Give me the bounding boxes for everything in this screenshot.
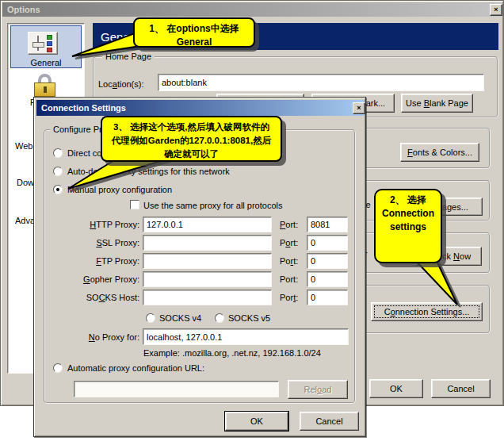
reload-label: Reload bbox=[304, 385, 332, 394]
socks-port-label: Port: bbox=[280, 293, 298, 302]
callout2-line3: settings bbox=[376, 221, 441, 234]
general-icon bbox=[28, 32, 58, 55]
socks-v5-radio[interactable] bbox=[215, 313, 224, 323]
auto-url-label[interactable]: Automatic proxy configuration URL: bbox=[67, 363, 204, 373]
socks-v5-label[interactable]: SOCKS v5 bbox=[228, 313, 270, 323]
dialog-ok-button[interactable]: OK bbox=[225, 412, 288, 431]
same-proxy-label[interactable]: Use the same proxy for all protocols bbox=[143, 201, 282, 210]
dialog-titlebar[interactable]: Connection Settings bbox=[36, 100, 365, 116]
ftp-port-input[interactable] bbox=[307, 253, 348, 269]
fonts-colors-label: Fonts & Colors... bbox=[407, 148, 472, 157]
socks-v4-label[interactable]: SOCKS v4 bbox=[159, 313, 201, 323]
socks-host-input[interactable] bbox=[143, 290, 272, 305]
direct-connection-radio[interactable] bbox=[53, 148, 63, 158]
auto-url-input[interactable] bbox=[74, 381, 279, 397]
gopher-port-label: Port: bbox=[280, 274, 298, 284]
dialog-close-icon[interactable]: × bbox=[353, 102, 365, 114]
slider-handle bbox=[32, 42, 44, 48]
callout3-line3: 确定就可以了 bbox=[102, 148, 281, 161]
gopher-proxy-label: Gopher Proxy: bbox=[48, 274, 139, 284]
sidebar-item-label: General bbox=[11, 58, 81, 67]
location-label: Location(s): bbox=[98, 79, 144, 89]
green-square bbox=[47, 35, 52, 40]
http-port-input[interactable] bbox=[307, 217, 348, 232]
cancel-label: Cancel bbox=[447, 384, 474, 393]
ftp-proxy-input[interactable] bbox=[143, 253, 272, 269]
ssl-port-input[interactable] bbox=[307, 235, 348, 251]
sidebar-item-general[interactable]: General bbox=[10, 25, 82, 68]
red-square bbox=[47, 48, 52, 52]
use-blank-page-button[interactable]: Use Blank Page bbox=[401, 94, 473, 113]
connection-settings-label: Connection Settings... bbox=[384, 307, 470, 316]
auto-url-radio[interactable] bbox=[53, 363, 63, 373]
no-proxy-label: No Proxy for: bbox=[48, 332, 139, 342]
socks-host-label: SOCKS Host: bbox=[48, 293, 139, 302]
options-cancel-button[interactable]: Cancel bbox=[431, 379, 491, 398]
dialog-cancel-button[interactable]: Cancel bbox=[300, 412, 359, 431]
home-page-legend: Home Page bbox=[102, 52, 155, 61]
options-ok-button[interactable]: OK bbox=[369, 379, 423, 398]
reload-button[interactable]: Reload bbox=[288, 380, 348, 399]
callout2-line2: Connection bbox=[376, 207, 441, 221]
callout1-line2: General bbox=[135, 36, 254, 49]
gopher-port-input[interactable] bbox=[307, 271, 348, 287]
autodetect-label[interactable]: Auto-detect proxy settings for this netw… bbox=[67, 167, 230, 176]
ok-label: OK bbox=[390, 384, 403, 393]
lock-icon[interactable] bbox=[34, 73, 56, 98]
manual-proxy-radio[interactable] bbox=[53, 185, 63, 194]
dialog-title: Connection Settings bbox=[41, 103, 126, 113]
ftp-proxy-label: FTP Proxy: bbox=[48, 256, 139, 266]
dialog-ok-label: OK bbox=[250, 416, 263, 426]
gopher-proxy-input[interactable] bbox=[143, 271, 272, 287]
ssl-proxy-input[interactable] bbox=[143, 235, 272, 251]
callout1-line1: 1、 在options中选择 bbox=[135, 22, 254, 36]
socks-port-input[interactable] bbox=[307, 290, 348, 305]
screenshot-stage: Options × General Privacy bbox=[0, 0, 504, 445]
callout3-line1: 3、 选择这个选项,然后填入破网软件的 bbox=[102, 121, 281, 134]
lock-keyhole bbox=[44, 86, 47, 93]
autodetect-radio[interactable] bbox=[53, 167, 63, 176]
no-proxy-input[interactable] bbox=[143, 328, 349, 345]
close-icon[interactable]: × bbox=[490, 4, 502, 16]
ftp-port-label: Port: bbox=[280, 256, 298, 266]
blue-square bbox=[47, 41, 52, 46]
callout-3: 3、 选择这个选项,然后填入破网软件的 代理例如Garden的127.0.0.1… bbox=[101, 116, 282, 162]
callout3-line2: 代理例如Garden的127.0.0.1:8081,然后 bbox=[102, 134, 281, 148]
callout-1: 1、 在options中选择 General bbox=[133, 17, 255, 48]
use-blank-page-label: Use Blank Page bbox=[406, 98, 468, 108]
same-proxy-checkbox[interactable] bbox=[130, 200, 139, 209]
http-proxy-input[interactable] bbox=[143, 217, 272, 232]
ssl-proxy-label: SSL Proxy: bbox=[48, 238, 139, 247]
dialog-cancel-label: Cancel bbox=[315, 416, 342, 426]
no-proxy-example: Example: .mozilla.org, .net.nz, 192.168.… bbox=[143, 348, 321, 358]
socks-v4-radio[interactable] bbox=[146, 313, 155, 323]
options-titlebar[interactable]: Options bbox=[2, 2, 502, 17]
ssl-port-label: Port: bbox=[280, 238, 298, 247]
http-proxy-label: HTTP Proxy: bbox=[48, 220, 139, 229]
http-port-label: Port: bbox=[280, 220, 298, 229]
callout-2: 2、 选择 Connection settings bbox=[374, 189, 442, 263]
manual-proxy-label[interactable]: Manual proxy configuration bbox=[67, 185, 172, 194]
callout2-line1: 2、 选择 bbox=[376, 194, 441, 207]
fonts-colors-button[interactable]: Fonts & Colors... bbox=[400, 143, 479, 162]
location-input[interactable] bbox=[158, 74, 484, 91]
connection-settings-button[interactable]: Connection Settings... bbox=[371, 302, 483, 321]
window-title: Options bbox=[7, 5, 40, 14]
